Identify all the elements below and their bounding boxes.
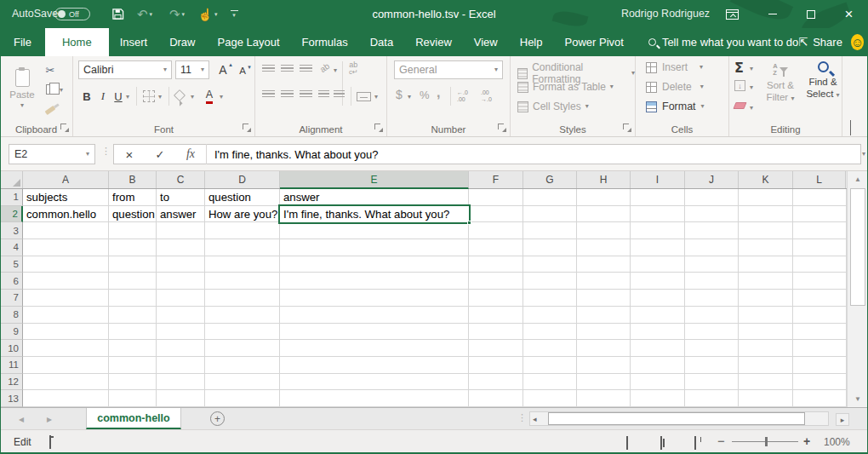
- customize-quick-access-toolbar-button[interactable]: ▾: [225, 0, 243, 28]
- orientation-button[interactable]: ab: [318, 61, 331, 74]
- column-header-b[interactable]: B: [109, 171, 157, 188]
- top-align-button[interactable]: [262, 65, 275, 73]
- normal-view-button[interactable]: [626, 437, 628, 449]
- comma-style-button[interactable]: ,: [437, 85, 440, 101]
- number-format-combo[interactable]: General▾: [394, 60, 503, 79]
- vertical-scrollbar[interactable]: ▲ ▼: [847, 171, 868, 407]
- tab-home[interactable]: Home: [45, 28, 109, 56]
- feedback-smiley-button[interactable]: ☺: [851, 34, 864, 50]
- page-break-preview-button[interactable]: [694, 437, 696, 449]
- vertical-scroll-thumb[interactable]: [850, 188, 865, 306]
- fill-button[interactable]: ↓: [734, 80, 745, 91]
- row-header-7[interactable]: 7: [0, 290, 23, 307]
- ribbon-display-options-button[interactable]: [713, 0, 751, 28]
- user-name[interactable]: Rodrigo Rodriguez: [614, 8, 717, 20]
- paste-button[interactable]: Paste ▾: [7, 60, 37, 118]
- borders-button[interactable]: [143, 90, 155, 102]
- tab-page-layout[interactable]: Page Layout: [207, 28, 291, 56]
- horizontal-scroll-thumb[interactable]: [548, 412, 805, 425]
- expand-formula-bar-button[interactable]: ▾: [862, 151, 865, 158]
- page-layout-view-button[interactable]: [660, 437, 662, 449]
- number-dialog-launcher[interactable]: [498, 124, 506, 132]
- cell-a2[interactable]: common.hello: [23, 206, 109, 223]
- cell-c2[interactable]: answer: [157, 206, 205, 223]
- italic-button[interactable]: I: [97, 89, 109, 104]
- merge-center-button[interactable]: [357, 92, 371, 101]
- column-header-l[interactable]: L: [793, 171, 846, 188]
- accounting-format-button[interactable]: $: [396, 88, 403, 101]
- tab-view[interactable]: View: [463, 28, 509, 56]
- font-dialog-launcher[interactable]: [243, 124, 251, 132]
- column-header-g[interactable]: G: [523, 171, 577, 188]
- redo-button[interactable]: ↷▾: [164, 0, 190, 28]
- row-header-11[interactable]: 11: [0, 357, 23, 374]
- fill-color-button[interactable]: [175, 91, 184, 100]
- column-header-c[interactable]: C: [157, 171, 205, 188]
- scroll-up-button[interactable]: ▲: [850, 172, 865, 187]
- formula-input[interactable]: I'm fine, thanks. What about you?: [207, 148, 379, 161]
- tab-review[interactable]: Review: [404, 28, 463, 56]
- cell-c1[interactable]: to: [157, 189, 205, 206]
- increase-font-size-button[interactable]: A▴: [214, 62, 231, 78]
- macro-record-button[interactable]: [49, 436, 51, 448]
- row-header-6[interactable]: 6: [0, 273, 23, 290]
- close-button[interactable]: ×: [830, 0, 868, 28]
- select-all-button[interactable]: [0, 171, 23, 188]
- row-header-4[interactable]: 4: [0, 239, 23, 256]
- font-name-combo[interactable]: Calibri▾: [78, 60, 172, 79]
- column-header-h[interactable]: H: [577, 171, 631, 188]
- clear-button[interactable]: [734, 102, 745, 109]
- column-header-e[interactable]: E: [280, 171, 469, 189]
- styles-dialog-launcher[interactable]: [623, 124, 631, 132]
- row-header-13[interactable]: 13: [0, 390, 23, 407]
- cut-button[interactable]: ✂: [43, 63, 58, 77]
- tab-power-pivot[interactable]: Power Pivot: [554, 28, 635, 56]
- middle-align-button[interactable]: [281, 65, 294, 73]
- tab-file[interactable]: File: [0, 28, 45, 56]
- bottom-align-button[interactable]: [300, 65, 312, 73]
- zoom-slider-thumb[interactable]: [765, 437, 768, 446]
- new-sheet-button[interactable]: +: [210, 411, 225, 426]
- zoom-slider[interactable]: [732, 441, 798, 442]
- underline-button[interactable]: U: [112, 89, 124, 104]
- format-cells-button[interactable]: Format▾: [646, 101, 705, 112]
- insert-cells-button[interactable]: Insert▾: [646, 61, 703, 73]
- tab-draw[interactable]: Draw: [158, 28, 206, 56]
- horizontal-scrollbar[interactable]: ◂: [529, 411, 829, 426]
- font-color-button[interactable]: A: [203, 88, 216, 101]
- sort-filter-button[interactable]: AZ Sort &Filter ▾: [758, 63, 802, 103]
- tab-help[interactable]: Help: [509, 28, 554, 56]
- cell-styles-button[interactable]: Cell Styles▾: [517, 101, 589, 112]
- row-header-10[interactable]: 10: [0, 340, 23, 357]
- align-center-button[interactable]: [281, 90, 294, 99]
- tell-me-search[interactable]: Tell me what you want to do: [648, 28, 798, 56]
- format-as-table-button[interactable]: Format as Table▾: [517, 81, 614, 93]
- scroll-right-button[interactable]: ▸: [836, 413, 849, 426]
- share-button[interactable]: ⇱ Share: [798, 28, 851, 56]
- copy-button[interactable]: [43, 83, 58, 96]
- cell-a1[interactable]: subjects: [23, 189, 109, 206]
- minimize-button[interactable]: [753, 0, 791, 28]
- scroll-left-button[interactable]: ◂: [533, 412, 537, 425]
- find-select-button[interactable]: Find &Select ▾: [804, 61, 842, 101]
- zoom-out-button[interactable]: −: [717, 434, 725, 448]
- decrease-font-size-button[interactable]: A▾: [235, 64, 250, 78]
- percent-style-button[interactable]: %: [420, 89, 430, 101]
- delete-cells-button[interactable]: Delete▾: [646, 81, 704, 93]
- previous-sheet-button[interactable]: ◂: [19, 408, 24, 429]
- cell-d1[interactable]: question: [205, 189, 280, 206]
- collapse-ribbon-button[interactable]: [850, 121, 851, 136]
- cell-b1[interactable]: from: [109, 189, 157, 206]
- row-header-8[interactable]: 8: [0, 307, 23, 324]
- fill-handle[interactable]: [467, 221, 471, 225]
- format-painter-button[interactable]: [43, 103, 58, 117]
- name-box[interactable]: E2▾: [9, 144, 95, 164]
- row-header-9[interactable]: 9: [0, 324, 23, 341]
- sheet-tab-common-hello[interactable]: common-hello: [86, 408, 181, 429]
- bold-button[interactable]: B: [80, 89, 94, 104]
- tab-insert[interactable]: Insert: [109, 28, 159, 56]
- decrease-decimal-button[interactable]: .00→.0: [481, 89, 492, 103]
- maximize-button[interactable]: [791, 0, 830, 28]
- next-sheet-button[interactable]: ▸: [47, 408, 52, 429]
- tab-formulas[interactable]: Formulas: [291, 28, 359, 56]
